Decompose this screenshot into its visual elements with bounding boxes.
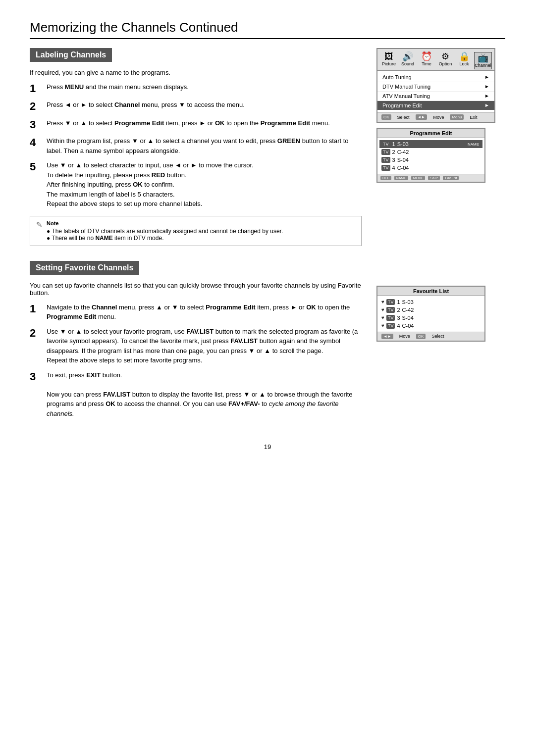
fav-footer: ◄► Move OK Select [377, 332, 484, 341]
skip-btn: SKIP [428, 176, 440, 180]
prog-item-1: TV 1 S-03 NAME [379, 140, 482, 148]
fav-name-4: C-04 [402, 323, 414, 329]
fav-items-list: ♥ TV 1 S-03 ♥ TV 2 C-42 ♥ TV 3 S-04 [377, 296, 484, 332]
menu-icon-sound: 🔊 Sound [399, 52, 417, 69]
main-menu-ui: 🖼 Picture 🔊 Sound ⏰ Time ⚙ Option 🔒 [376, 48, 495, 123]
fav-tv-badge-3: TV [386, 315, 395, 321]
menu-icon-lock: 🔒 Lock [455, 52, 473, 69]
note-label: Note [47, 220, 283, 226]
move-btn: MOVE [411, 176, 426, 180]
heart-icon-2: ♥ [381, 307, 384, 312]
favlist-btn: Fav.List [443, 176, 459, 180]
favorite-intro: You can set up favorite channels list so… [30, 282, 362, 297]
labeling-right-col: 🖼 Picture 🔊 Sound ⏰ Time ⚙ Option 🔒 [376, 48, 505, 246]
name-btn: NAME [394, 176, 408, 180]
fav-item-2: ♥ TV 2 C-42 [381, 306, 481, 314]
fav-num-2: 2 [397, 307, 400, 313]
ok-btn-symbol: OK [381, 114, 391, 120]
page-number: 19 [30, 443, 505, 451]
fav-nav-btn: ◄► [381, 334, 393, 339]
fav-ok-btn: OK [416, 334, 426, 339]
fav-item-3: ♥ TV 3 S-04 [381, 314, 481, 322]
menu-icon-picture: 🖼 Picture [380, 52, 398, 69]
menu-item-atv: ATV Manual Tuning ► [377, 92, 494, 101]
prog-name-4: C-04 [397, 165, 409, 171]
fav-step-3: 3 To exit, press EXIT button. Now you ca… [30, 370, 362, 419]
fav-item-1: ♥ TV 1 S-03 [381, 298, 481, 306]
fav-name-2: C-42 [402, 307, 414, 313]
menu-footer: OK Select ◄► Move Menu Exit [377, 112, 494, 122]
title-continued: Continued [179, 20, 238, 35]
fav-list-ui: Favourite List ♥ TV 1 S-03 ♥ TV 2 C-42 ♥ [376, 286, 485, 342]
prog-name-2: C-42 [397, 149, 409, 155]
prog-num-2: 2 [392, 149, 395, 155]
note-line-1: ● The labels of DTV channels are automat… [47, 228, 283, 235]
tv-badge-2: TV [381, 149, 390, 155]
step-4: 4 Within the program list, press ▼ or ▲ … [30, 136, 362, 155]
menu-icons-row: 🖼 Picture 🔊 Sound ⏰ Time ⚙ Option 🔒 [377, 49, 494, 71]
note-icon: ✎ [36, 220, 43, 229]
prog-item-4: TV 4 C-04 [381, 164, 481, 172]
fav-title: Favourite List [377, 287, 484, 296]
step-1: 1 Press MENU and the main menu screen di… [30, 82, 362, 95]
favorite-left-col: Setting Favorite Channels You can set up… [30, 261, 362, 424]
labeling-channels-section: Labeling Channels If required, you can g… [30, 48, 505, 246]
fav-step-2: 2 Use ▼ or ▲ to select your favorite pro… [30, 327, 362, 365]
prog-edit-ui: Programme Edit TV 1 S-03 NAME TV 2 C-42 … [376, 128, 485, 183]
favorite-channels-section: Setting Favorite Channels You can set up… [30, 261, 505, 424]
fav-num-1: 1 [397, 299, 400, 305]
title-main: Memorizing the Channels [30, 20, 176, 35]
favorite-section-header: Setting Favorite Channels [30, 261, 139, 275]
menu-icon-option: ⚙ Option [436, 52, 454, 69]
prog-name-1: S-03 [397, 141, 409, 147]
prog-num-4: 4 [392, 165, 395, 171]
menu-item-auto-tuning: Auto Tuning ► [377, 73, 494, 82]
note-content: Note ● The labels of DTV channels are au… [47, 220, 283, 242]
name-badge: NAME [466, 142, 481, 147]
menu-items-list: Auto Tuning ► DTV Manual Tuning ► ATV Ma… [377, 71, 494, 112]
fav-name-1: S-03 [402, 299, 414, 305]
labeling-section-header: Labeling Channels [30, 48, 112, 62]
menu-item-programme-edit: Programme Edit ► [377, 101, 494, 110]
fav-num-3: 3 [397, 315, 400, 321]
step-2: 2 Press ◄ or ► to select Channel menu, p… [30, 100, 362, 113]
fav-num-4: 4 [397, 323, 400, 329]
menu-item-dtv: DTV Manual Tuning ► [377, 82, 494, 92]
labeling-intro: If required, you can give a name to the … [30, 69, 362, 76]
favorite-right-col: Favourite List ♥ TV 1 S-03 ♥ TV 2 C-42 ♥ [376, 261, 505, 424]
heart-icon-3: ♥ [381, 315, 384, 320]
fav-tv-badge-2: TV [386, 307, 395, 313]
tv-badge-3: TV [381, 157, 390, 163]
prog-name-3: S-04 [397, 157, 409, 163]
step-5: 5 Use ▼ or ▲ to select character to inpu… [30, 160, 362, 209]
prog-item-3: TV 3 S-04 [381, 156, 481, 164]
note-box: ✎ Note ● The labels of DTV channels are … [30, 216, 362, 246]
menu-icon-channel: 📺 Channel [474, 52, 492, 69]
fav-name-3: S-04 [402, 315, 414, 321]
fav-tv-badge-4: TV [386, 323, 395, 329]
prog-num-1: 1 [392, 141, 395, 147]
prog-item-2: TV 2 C-42 [381, 148, 481, 156]
prog-edit-footer: DEL NAME MOVE SKIP Fav.List [377, 174, 484, 182]
fav-tv-badge-1: TV [386, 299, 395, 305]
labeling-left-col: Labeling Channels If required, you can g… [30, 48, 362, 246]
nav-btn-symbol: ◄► [416, 114, 428, 120]
heart-icon-1: ♥ [381, 299, 384, 304]
prog-edit-items: TV 1 S-03 NAME TV 2 C-42 TV 3 S-04 TV [377, 138, 484, 174]
prog-num-3: 3 [392, 157, 395, 163]
prog-edit-title: Programme Edit [377, 129, 484, 138]
menu-btn-symbol: Menu [450, 114, 464, 120]
note-line-2: ● There will be no NAME item in DTV mode… [47, 235, 283, 242]
tv-badge-4: TV [381, 165, 390, 171]
page-title: Memorizing the Channels Continued [30, 20, 505, 39]
fav-item-4: ♥ TV 4 C-04 [381, 322, 481, 330]
tv-badge-1: TV [381, 141, 390, 147]
step-3: 3 Press ▼ or ▲ to select Programme Edit … [30, 118, 362, 131]
heart-icon-4: ♥ [381, 323, 384, 328]
fav-step-1: 1 Navigate to the Channel menu, press ▲ … [30, 302, 362, 322]
menu-icon-time: ⏰ Time [418, 52, 435, 69]
del-btn: DEL [380, 176, 391, 180]
